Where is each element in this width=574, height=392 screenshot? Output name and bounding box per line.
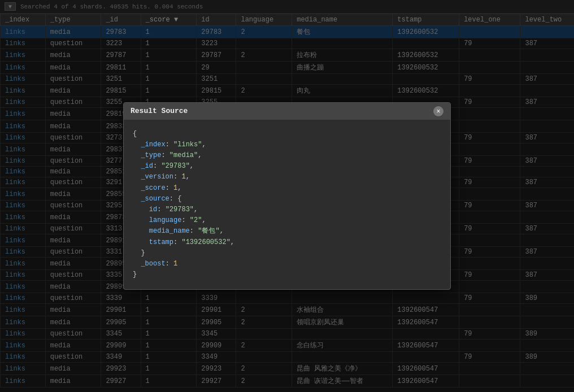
modal-header: Result Source ×	[124, 103, 450, 120]
modal-overlay[interactable]: Result Source × { _index: "links", _type…	[0, 0, 574, 390]
result-source-modal: Result Source × { _index: "links", _type…	[123, 102, 451, 290]
modal-body: { _index: "links", _type: "media", _id: …	[124, 120, 450, 290]
modal-title: Result Source	[131, 107, 188, 115]
modal-close-button[interactable]: ×	[433, 106, 443, 116]
